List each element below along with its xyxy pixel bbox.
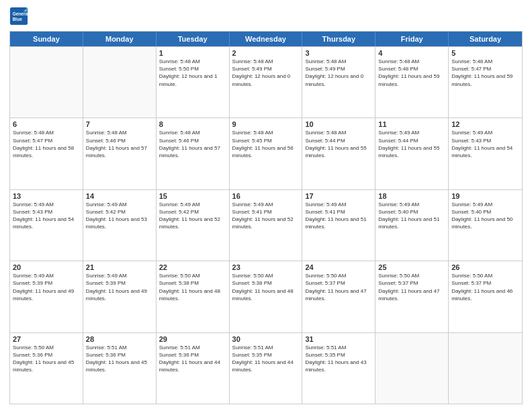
calendar-week-4: 20Sunrise: 5:49 AM Sunset: 5:39 PM Dayli… <box>10 261 522 332</box>
cell-info: Sunrise: 5:48 AM Sunset: 5:46 PM Dayligh… <box>159 129 226 159</box>
day-number: 25 <box>378 263 445 271</box>
day-number: 13 <box>13 192 80 200</box>
day-number: 5 <box>451 49 519 57</box>
day-number: 19 <box>451 192 519 200</box>
cell-info: Sunrise: 5:48 AM Sunset: 5:50 PM Dayligh… <box>159 58 226 88</box>
calendar-cell: 28Sunrise: 5:51 AM Sunset: 5:36 PM Dayli… <box>83 333 157 404</box>
calendar-cell <box>83 47 157 118</box>
calendar-cell: 14Sunrise: 5:49 AM Sunset: 5:42 PM Dayli… <box>83 190 157 261</box>
day-number: 10 <box>305 120 372 128</box>
day-number: 11 <box>378 120 445 128</box>
day-number: 24 <box>305 263 372 271</box>
cell-info: Sunrise: 5:48 AM Sunset: 5:46 PM Dayligh… <box>86 129 153 159</box>
calendar-cell: 6Sunrise: 5:48 AM Sunset: 5:47 PM Daylig… <box>10 118 83 189</box>
calendar-cell: 10Sunrise: 5:48 AM Sunset: 5:44 PM Dayli… <box>302 118 375 189</box>
day-number: 31 <box>305 335 372 343</box>
calendar: SundayMondayTuesdayWednesdayThursdayFrid… <box>9 31 523 404</box>
calendar-cell: 16Sunrise: 5:49 AM Sunset: 5:41 PM Dayli… <box>230 190 303 261</box>
cell-info: Sunrise: 5:49 AM Sunset: 5:42 PM Dayligh… <box>86 201 153 231</box>
day-number: 14 <box>86 192 153 200</box>
day-number: 15 <box>159 192 226 200</box>
day-number: 17 <box>305 192 372 200</box>
cell-info: Sunrise: 5:49 AM Sunset: 5:42 PM Dayligh… <box>159 201 226 231</box>
cell-info: Sunrise: 5:48 AM Sunset: 5:47 PM Dayligh… <box>13 129 80 159</box>
day-number: 28 <box>86 335 153 343</box>
cell-info: Sunrise: 5:49 AM Sunset: 5:39 PM Dayligh… <box>13 272 80 302</box>
cell-info: Sunrise: 5:50 AM Sunset: 5:37 PM Dayligh… <box>378 272 445 302</box>
cell-info: Sunrise: 5:50 AM Sunset: 5:38 PM Dayligh… <box>232 272 300 302</box>
day-number: 26 <box>451 263 519 271</box>
day-number: 27 <box>13 335 80 343</box>
day-number: 6 <box>13 120 80 128</box>
cell-info: Sunrise: 5:51 AM Sunset: 5:35 PM Dayligh… <box>232 344 300 374</box>
header: General Blue <box>9 7 523 26</box>
svg-text:General: General <box>13 11 28 16</box>
cell-info: Sunrise: 5:50 AM Sunset: 5:37 PM Dayligh… <box>305 272 372 302</box>
svg-text:Blue: Blue <box>13 17 22 21</box>
cell-info: Sunrise: 5:48 AM Sunset: 5:47 PM Dayligh… <box>451 58 519 88</box>
cell-info: Sunrise: 5:51 AM Sunset: 5:35 PM Dayligh… <box>305 344 372 374</box>
day-number: 21 <box>86 263 153 271</box>
cell-info: Sunrise: 5:49 AM Sunset: 5:43 PM Dayligh… <box>13 201 80 231</box>
day-number: 23 <box>232 263 300 271</box>
day-number: 30 <box>232 335 300 343</box>
cell-info: Sunrise: 5:50 AM Sunset: 5:38 PM Dayligh… <box>159 272 226 302</box>
day-header-thursday: Thursday <box>302 32 375 46</box>
day-number: 2 <box>232 49 300 57</box>
cell-info: Sunrise: 5:51 AM Sunset: 5:36 PM Dayligh… <box>159 344 226 374</box>
calendar-cell: 19Sunrise: 5:49 AM Sunset: 5:40 PM Dayli… <box>449 190 522 261</box>
cell-info: Sunrise: 5:48 AM Sunset: 5:49 PM Dayligh… <box>305 58 372 88</box>
day-number: 22 <box>159 263 226 271</box>
calendar-cell: 12Sunrise: 5:49 AM Sunset: 5:43 PM Dayli… <box>449 118 522 189</box>
cell-info: Sunrise: 5:49 AM Sunset: 5:43 PM Dayligh… <box>451 129 519 159</box>
calendar-cell: 27Sunrise: 5:50 AM Sunset: 5:36 PM Dayli… <box>10 333 83 404</box>
calendar-cell: 8Sunrise: 5:48 AM Sunset: 5:46 PM Daylig… <box>157 118 230 189</box>
calendar-week-2: 6Sunrise: 5:48 AM Sunset: 5:47 PM Daylig… <box>10 118 522 189</box>
calendar-cell: 15Sunrise: 5:49 AM Sunset: 5:42 PM Dayli… <box>157 190 230 261</box>
calendar-cell: 13Sunrise: 5:49 AM Sunset: 5:43 PM Dayli… <box>10 190 83 261</box>
calendar-cell: 1Sunrise: 5:48 AM Sunset: 5:50 PM Daylig… <box>157 47 230 118</box>
day-number: 4 <box>378 49 445 57</box>
calendar-cell: 22Sunrise: 5:50 AM Sunset: 5:38 PM Dayli… <box>157 261 230 332</box>
cell-info: Sunrise: 5:48 AM Sunset: 5:44 PM Dayligh… <box>305 129 372 159</box>
calendar-cell: 29Sunrise: 5:51 AM Sunset: 5:36 PM Dayli… <box>157 333 230 404</box>
calendar-cell: 3Sunrise: 5:48 AM Sunset: 5:49 PM Daylig… <box>302 47 375 118</box>
day-number: 20 <box>13 263 80 271</box>
day-header-tuesday: Tuesday <box>157 32 230 46</box>
day-number: 12 <box>451 120 519 128</box>
calendar-cell: 5Sunrise: 5:48 AM Sunset: 5:47 PM Daylig… <box>449 47 522 118</box>
day-number: 9 <box>232 120 300 128</box>
cell-info: Sunrise: 5:51 AM Sunset: 5:36 PM Dayligh… <box>86 344 153 374</box>
calendar-cell: 25Sunrise: 5:50 AM Sunset: 5:37 PM Dayli… <box>375 261 449 332</box>
calendar-cell: 17Sunrise: 5:49 AM Sunset: 5:41 PM Dayli… <box>302 190 375 261</box>
day-number: 3 <box>305 49 372 57</box>
calendar-cell: 2Sunrise: 5:48 AM Sunset: 5:49 PM Daylig… <box>230 47 303 118</box>
calendar-cell: 9Sunrise: 5:48 AM Sunset: 5:45 PM Daylig… <box>230 118 303 189</box>
calendar-cell: 20Sunrise: 5:49 AM Sunset: 5:39 PM Dayli… <box>10 261 83 332</box>
calendar-cell: 4Sunrise: 5:48 AM Sunset: 5:48 PM Daylig… <box>375 47 449 118</box>
logo: General Blue <box>9 7 31 26</box>
cell-info: Sunrise: 5:50 AM Sunset: 5:36 PM Dayligh… <box>13 344 80 374</box>
calendar-body: 1Sunrise: 5:48 AM Sunset: 5:50 PM Daylig… <box>10 46 522 404</box>
calendar-cell: 24Sunrise: 5:50 AM Sunset: 5:37 PM Dayli… <box>302 261 375 332</box>
day-header-monday: Monday <box>83 32 157 46</box>
calendar-cell <box>10 47 83 118</box>
cell-info: Sunrise: 5:48 AM Sunset: 5:45 PM Dayligh… <box>232 129 300 159</box>
calendar-header: SundayMondayTuesdayWednesdayThursdayFrid… <box>10 32 522 46</box>
calendar-cell: 7Sunrise: 5:48 AM Sunset: 5:46 PM Daylig… <box>83 118 157 189</box>
calendar-week-3: 13Sunrise: 5:49 AM Sunset: 5:43 PM Dayli… <box>10 189 522 261</box>
cell-info: Sunrise: 5:49 AM Sunset: 5:44 PM Dayligh… <box>378 129 445 159</box>
calendar-cell: 11Sunrise: 5:49 AM Sunset: 5:44 PM Dayli… <box>375 118 449 189</box>
day-number: 7 <box>86 120 153 128</box>
cell-info: Sunrise: 5:48 AM Sunset: 5:49 PM Dayligh… <box>232 58 300 88</box>
day-header-friday: Friday <box>375 32 449 46</box>
calendar-week-1: 1Sunrise: 5:48 AM Sunset: 5:50 PM Daylig… <box>10 46 522 118</box>
day-number: 18 <box>378 192 445 200</box>
cell-info: Sunrise: 5:49 AM Sunset: 5:41 PM Dayligh… <box>232 201 300 231</box>
calendar-cell: 30Sunrise: 5:51 AM Sunset: 5:35 PM Dayli… <box>230 333 303 404</box>
cell-info: Sunrise: 5:49 AM Sunset: 5:41 PM Dayligh… <box>305 201 372 231</box>
day-header-saturday: Saturday <box>449 32 522 46</box>
day-header-wednesday: Wednesday <box>230 32 303 46</box>
cell-info: Sunrise: 5:49 AM Sunset: 5:40 PM Dayligh… <box>378 201 445 231</box>
calendar-cell <box>449 333 522 404</box>
